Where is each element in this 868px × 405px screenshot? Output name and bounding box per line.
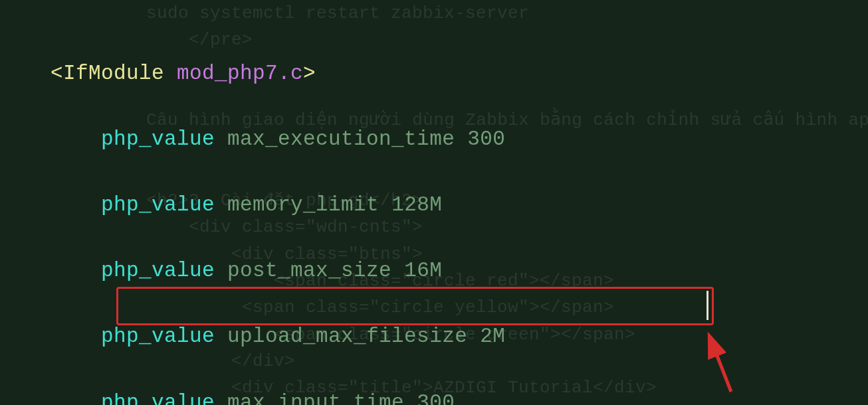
php-value-line-4: php_value upload_max_filesize 2M	[0, 320, 868, 353]
ifmodule-open: <IfModule mod_php7.c>	[0, 57, 868, 90]
php-value-line-2: php_value memory_limit 128M	[0, 189, 868, 222]
php-value-line-1: php_value max_execution_time 300	[0, 123, 868, 156]
text-cursor	[706, 291, 708, 320]
php-value-line-3: php_value post_max_size 16M	[0, 254, 868, 287]
php-value-line-5: php_value max_input_time 300	[0, 386, 868, 405]
code-block: <IfModule mod_php7.c> php_value max_exec…	[0, 24, 868, 405]
